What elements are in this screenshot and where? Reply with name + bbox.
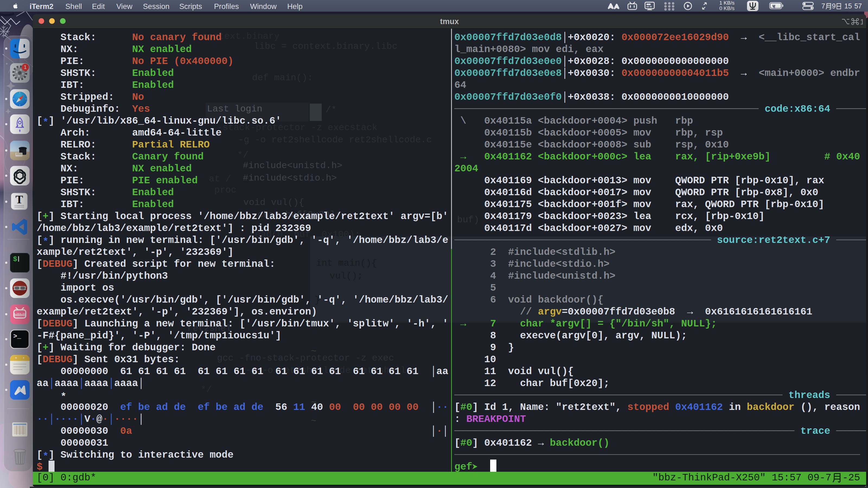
svg-text:1: 1	[860, 18, 863, 26]
svg-text:1: 1	[24, 64, 27, 70]
svg-text:>_: >_	[13, 333, 21, 340]
svg-text:T: T	[16, 193, 23, 206]
svg-text:bilibili: bilibili	[14, 312, 26, 317]
svg-text:$: $	[13, 255, 18, 263]
